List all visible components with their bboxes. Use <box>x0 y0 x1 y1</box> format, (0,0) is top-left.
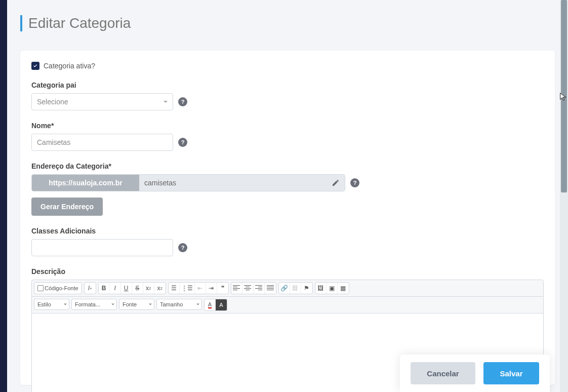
anchor-button[interactable]: ⚑ <box>301 283 312 294</box>
scrollbar-thumb[interactable] <box>561 0 567 192</box>
parent-category-label: Categoria pai <box>31 81 544 89</box>
name-label: Nome* <box>31 122 544 130</box>
align-center-button[interactable] <box>242 283 254 294</box>
align-right-button[interactable] <box>254 283 265 294</box>
size-select[interactable]: Tamanho <box>156 299 202 310</box>
name-help-icon[interactable]: ? <box>178 138 187 147</box>
image-button[interactable]: 🖼 <box>315 283 327 294</box>
url-input-group: https://sualoja.com.br camisetas <box>31 174 345 191</box>
url-help-icon[interactable]: ? <box>350 178 359 187</box>
blockquote-button[interactable]: ❞ <box>217 283 228 294</box>
strike-button[interactable]: S <box>132 283 143 294</box>
remove-format-button[interactable]: I× <box>85 283 96 294</box>
style-select[interactable]: Estilo <box>34 299 69 310</box>
editor-toolbar-row1: Código-Fonte I× B I U S x2 x2 <box>31 280 544 297</box>
extra-classes-input[interactable] <box>31 239 173 256</box>
italic-button[interactable]: I <box>110 283 121 294</box>
font-select[interactable]: Fonte <box>119 299 154 310</box>
parent-category-help-icon[interactable]: ? <box>178 97 187 106</box>
style-select-label: Estilo <box>37 301 51 307</box>
chevron-down-icon <box>196 304 199 305</box>
url-label: Endereço da Categoria* <box>31 162 544 170</box>
align-left-button[interactable] <box>231 283 242 294</box>
bold-button[interactable]: B <box>99 283 110 294</box>
editor-toolbar-row2: Estilo Formata... Fonte Tamanho A A <box>31 297 544 313</box>
vertical-scrollbar[interactable] <box>560 0 568 392</box>
active-checkbox[interactable] <box>31 62 39 70</box>
format-select[interactable]: Formata... <box>71 299 117 310</box>
outdent-button[interactable]: ⇤ <box>195 283 206 294</box>
left-nav-rail <box>0 0 7 392</box>
parent-category-select[interactable]: Selecione <box>31 93 173 110</box>
document-icon <box>37 285 44 291</box>
subscript-button[interactable]: x2 <box>143 283 154 294</box>
embed-button[interactable]: ▣ <box>327 283 338 294</box>
save-button[interactable]: Salvar <box>483 362 539 384</box>
description-label: Descrição <box>31 267 544 276</box>
text-color-button[interactable]: A <box>205 299 216 310</box>
superscript-button[interactable]: x2 <box>154 283 166 294</box>
chevron-down-icon <box>111 304 114 305</box>
chevron-down-icon <box>164 101 168 103</box>
url-value-text: camisetas <box>144 179 176 187</box>
link-button[interactable]: 🔗 <box>279 283 290 294</box>
format-select-label: Formata... <box>75 301 100 307</box>
chevron-down-icon <box>149 304 152 305</box>
page-title: Editar Categoria <box>20 15 555 31</box>
unordered-list-button[interactable]: ⋮☰ <box>180 283 195 294</box>
extra-classes-label: Classes Adicionais <box>31 227 544 235</box>
source-button-label: Código-Fonte <box>45 285 78 291</box>
unlink-button[interactable]: ⛓ <box>290 283 301 294</box>
font-select-label: Fonte <box>123 301 137 307</box>
indent-button[interactable]: ⇥ <box>206 283 217 294</box>
generate-url-button[interactable]: Gerar Endereço <box>31 198 103 216</box>
name-input-value: Camisetas <box>37 138 70 146</box>
source-button[interactable]: Código-Fonte <box>34 283 82 294</box>
parent-category-placeholder: Selecione <box>37 98 68 106</box>
url-value-field[interactable]: camisetas <box>139 175 345 191</box>
underline-button[interactable]: U <box>121 283 132 294</box>
name-input[interactable]: Camisetas <box>31 134 173 151</box>
bg-color-button[interactable]: A <box>216 299 227 310</box>
edit-category-card: Categoria ativa? Categoria pai Selecione… <box>20 51 555 385</box>
chevron-down-icon <box>64 304 67 305</box>
active-checkbox-label: Categoria ativa? <box>44 62 95 70</box>
ordered-list-button[interactable]: ☰ <box>169 283 180 294</box>
footer-actions: Cancelar Salvar <box>400 355 550 392</box>
pencil-icon[interactable] <box>332 179 340 187</box>
url-prefix: https://sualoja.com.br <box>32 175 139 191</box>
cancel-button[interactable]: Cancelar <box>411 362 475 384</box>
size-select-label: Tamanho <box>160 301 183 307</box>
extra-classes-help-icon[interactable]: ? <box>178 243 187 252</box>
table-button[interactable]: ▦ <box>338 283 349 294</box>
align-justify-button[interactable] <box>265 283 276 294</box>
